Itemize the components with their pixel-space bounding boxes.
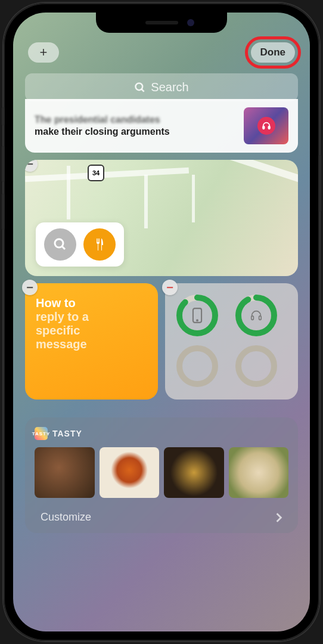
tasty-recipe-list bbox=[35, 447, 288, 498]
news-headline-line1: The presidential candidates bbox=[35, 114, 237, 126]
search-placeholder: Search bbox=[151, 80, 188, 94]
tasty-header: TASTY TASTY bbox=[35, 427, 288, 440]
minus-icon: − bbox=[26, 160, 33, 171]
map-quick-actions bbox=[36, 222, 124, 267]
customize-button[interactable]: Customize bbox=[35, 511, 288, 524]
map-search-button[interactable] bbox=[44, 228, 76, 261]
minus-icon: − bbox=[166, 281, 173, 295]
map-road bbox=[179, 160, 298, 202]
volume-down-button bbox=[2, 194, 4, 230]
fork-knife-icon bbox=[92, 237, 107, 252]
notes-widget[interactable]: − How to reply to a specific message bbox=[25, 283, 158, 400]
map-restaurants-button[interactable] bbox=[83, 228, 116, 261]
customize-label: Customize bbox=[41, 511, 91, 524]
maps-widget[interactable]: − 34 bbox=[25, 160, 298, 276]
volume-up-button bbox=[2, 146, 4, 182]
mute-switch bbox=[2, 107, 4, 125]
route-shield: 34 bbox=[88, 165, 104, 181]
search-field[interactable]: Search bbox=[25, 73, 298, 101]
plus-icon: + bbox=[40, 45, 48, 60]
news-widget[interactable]: The presidential candidates make their c… bbox=[25, 99, 298, 153]
search-icon bbox=[53, 237, 67, 252]
notes-line: reply to a bbox=[36, 310, 147, 324]
recipe-thumbnail[interactable] bbox=[100, 447, 160, 498]
remove-notes-widget-button[interactable]: − bbox=[22, 280, 38, 295]
recipe-thumbnail[interactable] bbox=[35, 447, 95, 498]
remove-maps-widget-button[interactable]: − bbox=[25, 160, 38, 172]
news-headline-line2: make their closing arguments bbox=[35, 126, 237, 138]
svg-point-0 bbox=[136, 83, 143, 90]
map-road bbox=[144, 175, 148, 228]
svg-point-11 bbox=[238, 298, 274, 333]
tasty-title: TASTY bbox=[52, 429, 82, 438]
svg-rect-3 bbox=[268, 126, 270, 129]
news-thumbnail bbox=[244, 107, 288, 144]
tasty-widget[interactable]: TASTY TASTY Customize bbox=[25, 417, 298, 533]
svg-point-15 bbox=[238, 348, 274, 384]
route-number: 34 bbox=[92, 169, 100, 177]
battery-empty-slot bbox=[176, 345, 219, 388]
svg-line-1 bbox=[142, 89, 144, 91]
svg-rect-2 bbox=[263, 126, 265, 129]
map-road bbox=[67, 166, 70, 219]
svg-line-5 bbox=[62, 246, 65, 249]
recipe-thumbnail[interactable] bbox=[164, 447, 224, 498]
svg-point-7 bbox=[179, 298, 215, 333]
svg-point-14 bbox=[179, 348, 215, 384]
batteries-widget[interactable]: − bbox=[165, 283, 298, 400]
svg-point-4 bbox=[55, 239, 63, 247]
tasty-logo-icon: TASTY bbox=[35, 427, 48, 440]
headphones-icon bbox=[257, 117, 275, 135]
notes-line: specific bbox=[36, 324, 147, 338]
notes-line: How to bbox=[36, 296, 147, 310]
phone-frame: + Done Search The president bbox=[4, 3, 319, 641]
battery-phone bbox=[176, 294, 219, 337]
top-bar: + Done bbox=[25, 42, 298, 63]
map-road bbox=[25, 168, 189, 182]
power-button bbox=[319, 155, 321, 212]
speaker bbox=[145, 21, 178, 24]
add-widget-button[interactable]: + bbox=[28, 42, 59, 63]
search-icon bbox=[134, 82, 146, 94]
minus-icon: − bbox=[26, 281, 33, 295]
done-button[interactable]: Done bbox=[251, 42, 296, 63]
battery-empty-slot bbox=[235, 345, 278, 388]
notch bbox=[96, 13, 227, 33]
map-road bbox=[192, 175, 195, 222]
remove-batteries-widget-button[interactable]: − bbox=[162, 280, 178, 295]
recipe-thumbnail[interactable] bbox=[229, 447, 289, 498]
screen: + Done Search The president bbox=[13, 13, 310, 631]
battery-headphones bbox=[235, 294, 278, 337]
done-label: Done bbox=[260, 47, 286, 58]
notes-line: message bbox=[36, 338, 147, 351]
front-camera bbox=[187, 19, 194, 26]
chevron-right-icon bbox=[275, 512, 282, 523]
